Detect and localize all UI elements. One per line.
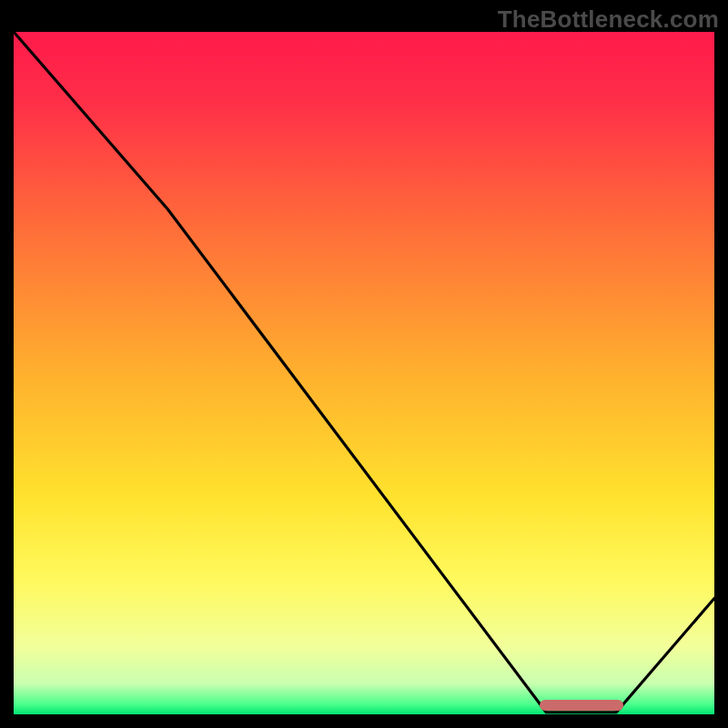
bottleneck-curve [14, 32, 714, 714]
plot-area [14, 32, 714, 714]
chart-stage: TheBottleneck.com [0, 0, 728, 728]
optimal-range-marker [540, 700, 623, 711]
watermark-text: TheBottleneck.com [498, 5, 719, 34]
